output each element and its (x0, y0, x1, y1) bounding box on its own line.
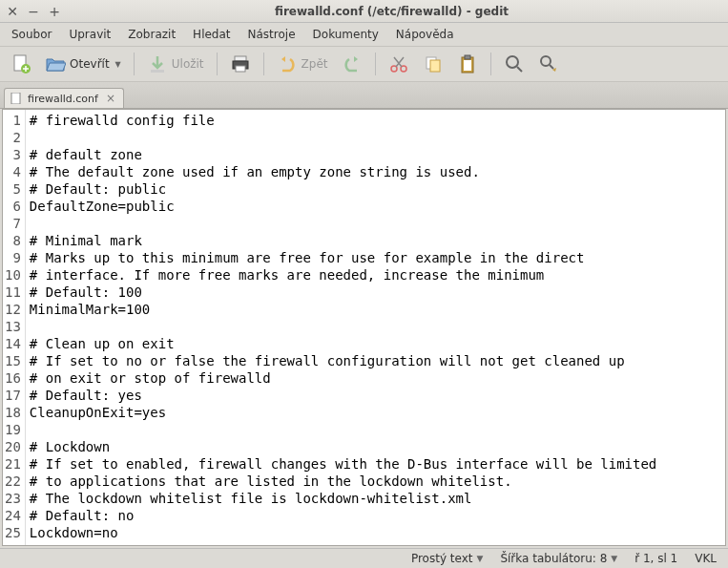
save-button[interactable]: Uložit (142, 51, 209, 77)
find-button[interactable] (499, 51, 530, 77)
status-filetype[interactable]: Prostý text▼ (411, 552, 484, 565)
menu-file[interactable]: Soubor (4, 25, 59, 44)
line-number-gutter: 1234567891011121314151617181920212223242… (3, 110, 26, 545)
svg-rect-11 (465, 55, 470, 59)
svg-rect-5 (236, 66, 245, 72)
close-tab-icon[interactable]: × (104, 92, 117, 105)
paste-button[interactable] (452, 51, 483, 77)
document-tab[interactable]: firewalld.conf × (4, 88, 124, 108)
editor[interactable]: 1234567891011121314151617181920212223242… (2, 109, 726, 546)
undo-icon (277, 53, 298, 74)
search-icon (504, 53, 525, 74)
svg-rect-3 (235, 56, 246, 61)
print-button[interactable] (225, 51, 256, 77)
svg-point-14 (541, 56, 551, 66)
separator (217, 53, 218, 75)
menu-tools[interactable]: Nástroje (240, 25, 303, 44)
separator (134, 53, 135, 75)
status-cursor-pos: ř 1, sl 1 (634, 552, 677, 565)
undo-button[interactable]: Zpět (272, 51, 333, 77)
menu-edit[interactable]: Upravit (61, 25, 118, 44)
undo-label: Zpět (302, 57, 328, 71)
chevron-down-icon[interactable]: ▼ (115, 60, 121, 69)
folder-open-icon (45, 53, 66, 74)
statusbar: Prostý text▼ Šířka tabulátoru: 8▼ ř 1, s… (0, 548, 728, 568)
svg-rect-2 (151, 70, 164, 73)
redo-icon (342, 53, 363, 74)
menu-search[interactable]: Hledat (185, 25, 238, 44)
minimize-window-icon[interactable]: − (27, 5, 40, 18)
document-tab-label: firewalld.conf (28, 93, 98, 105)
code-area[interactable]: # firewalld config file # default zone# … (26, 110, 660, 545)
separator (490, 53, 491, 75)
find-replace-button[interactable] (533, 51, 564, 77)
svg-rect-9 (430, 60, 440, 72)
toolbar: Otevřít ▼ Uložit Zpět (0, 47, 728, 82)
find-replace-icon (538, 53, 559, 74)
titlebar: ✕ − + firewalld.conf (/etc/firewalld) - … (0, 0, 728, 23)
cut-button[interactable] (384, 51, 414, 77)
document-icon (10, 93, 22, 104)
scissors-icon (388, 53, 409, 74)
status-insert-mode[interactable]: VKL (695, 552, 717, 565)
redo-button[interactable] (337, 51, 367, 77)
separator (375, 53, 376, 75)
copy-icon (423, 53, 444, 74)
save-label: Uložit (172, 57, 204, 71)
open-button[interactable]: Otevřít ▼ (40, 51, 126, 77)
svg-rect-12 (464, 60, 471, 71)
chevron-down-icon: ▼ (611, 554, 617, 563)
close-window-icon[interactable]: ✕ (6, 5, 19, 18)
menu-view[interactable]: Zobrazit (120, 25, 183, 44)
separator (263, 53, 264, 75)
open-label: Otevřít (70, 57, 110, 71)
status-tabwidth[interactable]: Šířka tabulátoru: 8▼ (500, 552, 617, 565)
copy-button[interactable] (418, 51, 448, 77)
chevron-down-icon: ▼ (477, 554, 484, 563)
svg-rect-15 (11, 93, 20, 104)
clipboard-icon (457, 53, 478, 74)
maximize-window-icon[interactable]: + (48, 5, 61, 18)
printer-icon (230, 53, 251, 74)
new-doc-icon (10, 53, 31, 74)
menu-help[interactable]: Nápověda (388, 25, 462, 44)
svg-point-13 (507, 56, 518, 68)
new-doc-button[interactable] (6, 51, 36, 77)
window-title: firewalld.conf (/etc/firewalld) - gedit (61, 5, 722, 18)
menubar: Soubor Upravit Zobrazit Hledat Nástroje … (0, 23, 728, 47)
menu-documents[interactable]: Dokumenty (305, 25, 386, 44)
save-icon (147, 53, 168, 74)
tabbar: firewalld.conf × (0, 82, 728, 109)
